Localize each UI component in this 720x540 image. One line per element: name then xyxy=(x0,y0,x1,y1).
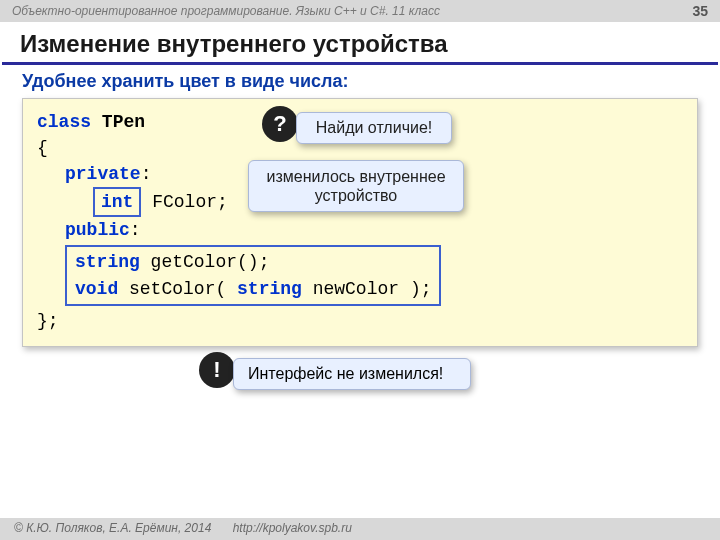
callout-internal-changed: изменилось внутреннее устройство xyxy=(248,160,464,212)
footer-copyright: © К.Ю. Поляков, Е.А. Ерёмин, 2014 xyxy=(14,521,211,535)
callout-interface-same: Интерфейс не изменился! xyxy=(233,358,471,390)
field-name: FColor; xyxy=(141,192,227,212)
header-strip: Объектно-ориентированное программировани… xyxy=(0,0,720,22)
page-number: 35 xyxy=(692,3,708,19)
fn-setcolor-a: setColor( xyxy=(118,279,237,299)
course-title: Объектно-ориентированное программировани… xyxy=(12,4,440,18)
exclamation-badge: ! xyxy=(199,352,235,388)
ret-type-string: string xyxy=(75,252,140,272)
class-name: TPen xyxy=(102,112,145,132)
brace-close: }; xyxy=(37,308,683,334)
question-badge: ? xyxy=(262,106,298,142)
callout-find-difference: Найди отличие! xyxy=(296,112,452,144)
kw-class: class xyxy=(37,112,91,132)
param-type: string xyxy=(237,279,302,299)
kw-public: public xyxy=(65,220,130,240)
fn-setcolor-b: newColor ); xyxy=(302,279,432,299)
kw-private: private xyxy=(65,164,141,184)
int-highlight-box: int xyxy=(93,187,141,217)
ret-type-void: void xyxy=(75,279,118,299)
footer-link[interactable]: http://kpolyakov.spb.ru xyxy=(233,521,352,535)
subtitle: Удобнее хранить цвет в виде числа: xyxy=(0,71,720,98)
interface-highlight-box: string getColor(); void setColor( string… xyxy=(65,245,441,305)
page-title: Изменение внутреннего устройства xyxy=(2,22,718,65)
fn-getcolor: getColor(); xyxy=(140,252,270,272)
footer: © К.Ю. Поляков, Е.А. Ерёмин, 2014 http:/… xyxy=(0,518,720,540)
